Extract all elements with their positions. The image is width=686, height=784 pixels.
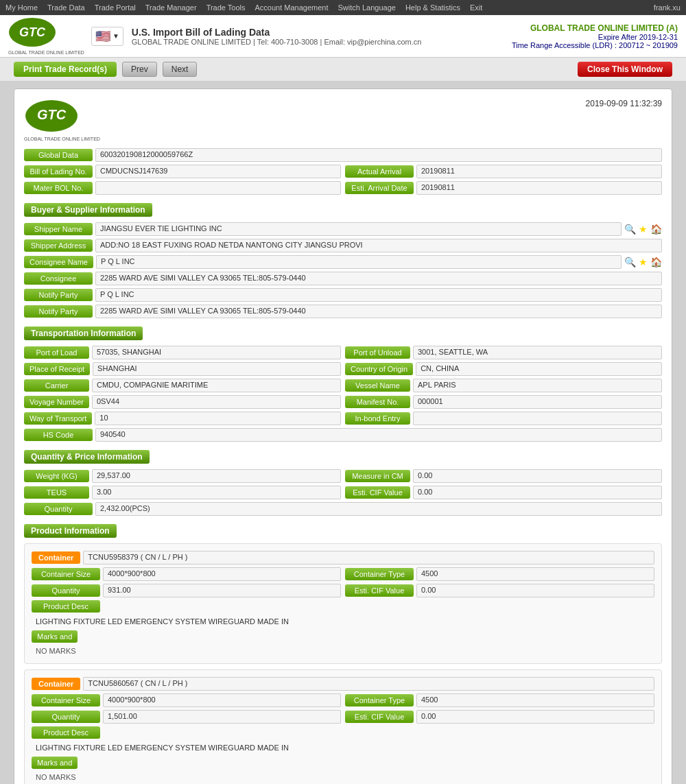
nav-my-home[interactable]: My Home: [5, 3, 38, 12]
c1-product-desc-value: LIGHTING FIXTURE LED EMERGENCY SYSTEM WI…: [32, 615, 654, 628]
container2-qty-cif-row: Quantity 1,501.00 Esti. CIF Value 0.00: [32, 710, 654, 724]
container2-size-type-row: Container Size 4000*900*800 Container Ty…: [32, 693, 654, 707]
consignee-name-row: Consignee Name P Q L INC 🔍 ★ 🏠: [24, 255, 662, 269]
way-transport-value: 10: [95, 412, 341, 425]
shipper-address-value: ADD:NO 18 EAST FUXING ROAD NETDA NANTONG…: [95, 239, 662, 252]
quantity-row: Quantity 2,432.00(PCS): [24, 502, 662, 516]
brand-label: GLOBAL TRADE ONLINE LIMITED (A): [512, 23, 678, 33]
shipper-name-label: Shipper Name: [24, 223, 93, 235]
nav-trade-manager[interactable]: Trade Manager: [145, 3, 197, 12]
c2-qty-value: 1,501.00: [103, 710, 341, 724]
nav-switch-language[interactable]: Switch Language: [338, 3, 396, 12]
buyer-supplier-header: Buyer & Supplier Information: [24, 203, 152, 217]
esti-cif-label: Esti. CIF Value: [345, 486, 410, 499]
in-bond-value: [413, 412, 662, 425]
teus-value: 3.00: [92, 486, 341, 499]
product-header: Product Information: [24, 524, 117, 538]
container2-value: TCNU5860567 ( CN / L / PH ): [83, 677, 654, 691]
in-bond-label: In-bond Entry: [345, 412, 410, 425]
container-1: Container TCNU5958379 ( CN / L / PH ) Co…: [24, 543, 662, 664]
voyage-value: 0SV44: [92, 395, 341, 409]
global-data-label: Global Data: [24, 149, 93, 161]
c2-product-desc-value: LIGHTING FIXTURE LED EMERGENCY SYSTEM WI…: [32, 741, 654, 754]
container1-id-row: Container TCNU5958379 ( CN / L / PH ): [32, 551, 654, 565]
mater-bol-value: [95, 181, 341, 195]
notify-party-row2: Notify Party 2285 WARD AVE SIMI VALLEY C…: [24, 305, 662, 318]
c1-type-label: Container Type: [345, 568, 414, 580]
flag-selector[interactable]: 🇺🇸 ▼: [91, 27, 123, 46]
gtc-logo: GTC GLOBAL TRADE ONLINE LIMITED: [8, 17, 84, 55]
c2-product-desc-label: Product Desc: [32, 726, 100, 739]
port-unload-value: 3001, SEATTLE, WA: [413, 346, 662, 359]
shipper-name-row: Shipper Name JIANGSU EVER TIE LIGHTING I…: [24, 222, 662, 236]
nav-trade-tools[interactable]: Trade Tools: [206, 3, 246, 12]
nav-trade-portal[interactable]: Trade Portal: [95, 3, 136, 12]
c2-size-value: 4000*900*800: [103, 693, 341, 707]
transport-bond-row: Way of Transport 10 In-bond Entry: [24, 412, 662, 425]
esti-arrival-value: 20190811: [416, 181, 662, 195]
nav-trade-data[interactable]: Trade Data: [47, 3, 85, 12]
port-load-value: 57035, SHANGHAI: [92, 346, 341, 359]
c1-product-desc-label: Product Desc: [32, 600, 100, 613]
close-button-top[interactable]: Close This Window: [578, 62, 672, 77]
shipper-home-icon[interactable]: 🏠: [650, 224, 662, 235]
c1-size-value: 4000*900*800: [103, 567, 341, 581]
container-2: Container TCNU5860567 ( CN / L / PH ) Co…: [24, 669, 662, 784]
nav-help-statistics[interactable]: Help & Statistics: [405, 3, 460, 12]
nav-exit[interactable]: Exit: [470, 3, 482, 12]
bol-label: Bill of Lading No.: [24, 165, 93, 178]
shipper-address-label: Shipper Address: [24, 239, 93, 252]
expire-date: Expire After 2019-12-31: [512, 33, 678, 41]
c2-marks-value: NO MARKS: [32, 772, 654, 783]
mater-bol-label: Mater BOL No.: [24, 182, 93, 194]
print-button-top[interactable]: Print Trade Record(s): [14, 62, 117, 77]
shipper-search-icon[interactable]: 🔍: [624, 224, 636, 235]
shipper-address-row: Shipper Address ADD:NO 18 EAST FUXING RO…: [24, 239, 662, 252]
c1-qty-label: Quantity: [32, 584, 100, 597]
c1-marks-label: Marks and: [32, 630, 78, 643]
country-origin-value: CN, CHINA: [416, 362, 662, 376]
voyage-manifest-row: Voyage Number 0SV44 Manifest No. 000001: [24, 395, 662, 409]
manifest-label: Manifest No.: [345, 396, 410, 408]
c2-qty-label: Quantity: [32, 711, 100, 723]
main-content: GTC GLOBAL TRADE ONLINE LIMITED 2019-09-…: [0, 82, 686, 784]
carrier-label: Carrier: [24, 379, 89, 392]
c2-type-value: 4500: [416, 693, 654, 707]
c2-marks-label: Marks and: [32, 757, 78, 769]
consignee-home-icon[interactable]: 🏠: [650, 257, 662, 268]
notify-party-label1: Notify Party: [24, 289, 93, 301]
country-origin-label: Country of Origin: [345, 363, 413, 375]
doc-logo: GTC GLOBAL TRADE ONLINE LIMITED: [24, 99, 100, 141]
consignee-label: Consignee: [24, 272, 93, 285]
document-card: GTC GLOBAL TRADE ONLINE LIMITED 2019-09-…: [14, 88, 672, 784]
vessel-name-value: APL PARIS: [413, 379, 662, 392]
c1-marks-value: NO MARKS: [32, 645, 654, 656]
nav-account-management[interactable]: Account Management: [255, 3, 329, 12]
doc-datetime: 2019-09-09 11:32:39: [586, 99, 662, 108]
weight-measure-row: Weight (KG) 29,537.00 Measure in CM 0.00: [24, 469, 662, 483]
measure-label: Measure in CM: [345, 470, 410, 482]
consignee-search-icon[interactable]: 🔍: [624, 257, 636, 268]
way-transport-label: Way of Transport: [24, 412, 92, 425]
consignee-star-icon[interactable]: ★: [639, 257, 648, 268]
svg-text:GTC: GTC: [19, 25, 46, 39]
esti-cif-value: 0.00: [413, 486, 662, 499]
actual-arrival-label: Actual Arrival: [345, 165, 414, 178]
container1-value: TCNU5958379 ( CN / L / PH ): [83, 551, 654, 565]
mater-bol-row: Mater BOL No. Esti. Arrival Date 2019081…: [24, 181, 662, 195]
shipper-name-value: JIANGSU EVER TIE LIGHTING INC: [95, 222, 622, 236]
quantity-label: Quantity: [24, 503, 93, 515]
weight-value: 29,537.00: [92, 469, 341, 483]
c2-cif-value: 0.00: [416, 710, 654, 724]
shipper-star-icon[interactable]: ★: [639, 224, 648, 235]
hs-code-row: HS Code 940540: [24, 428, 662, 442]
next-button-top[interactable]: Next: [163, 62, 198, 77]
consignee-row: Consignee 2285 WARD AVE SIMI VALLEY CA 9…: [24, 272, 662, 285]
container1-label: Container: [32, 551, 80, 564]
teus-label: TEUS: [24, 486, 89, 499]
prev-button-top[interactable]: Prev: [122, 62, 157, 77]
consignee-name-label: Consignee Name: [24, 256, 93, 268]
doc-header: GTC GLOBAL TRADE ONLINE LIMITED 2019-09-…: [24, 99, 662, 141]
c1-size-label: Container Size: [32, 568, 100, 580]
weight-label: Weight (KG): [24, 470, 89, 482]
